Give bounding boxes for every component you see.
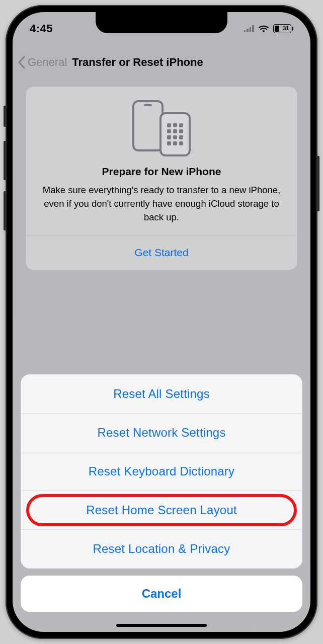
volume-down-button bbox=[4, 191, 6, 230]
cellular-signal-icon bbox=[244, 25, 254, 32]
sheet-item-reset-network-settings[interactable]: Reset Network Settings bbox=[21, 414, 302, 452]
sheet-item-reset-keyboard-dictionary[interactable]: Reset Keyboard Dictionary bbox=[21, 452, 302, 491]
page-title: Transfer or Reset iPhone bbox=[72, 56, 203, 69]
card-body: Make sure everything's ready to transfer… bbox=[37, 184, 286, 224]
sheet-cancel-group: Cancel bbox=[21, 576, 302, 612]
chevron-left-icon bbox=[18, 56, 26, 69]
navigation-bar: General Transfer or Reset iPhone bbox=[13, 48, 310, 76]
screen: 4:45 31 bbox=[13, 12, 310, 632]
sheet-item-label: Reset All Settings bbox=[113, 387, 210, 400]
card-title: Prepare for New iPhone bbox=[37, 166, 286, 178]
wifi-icon bbox=[258, 24, 269, 33]
sheet-item-reset-home-screen-layout[interactable]: Reset Home Screen Layout bbox=[21, 491, 302, 530]
sheet-item-reset-all-settings[interactable]: Reset All Settings bbox=[21, 375, 302, 414]
new-phone-icon bbox=[159, 112, 191, 156]
mute-switch bbox=[4, 106, 6, 127]
sheet-item-label: Reset Keyboard Dictionary bbox=[89, 464, 234, 478]
get-started-button[interactable]: Get Started bbox=[37, 235, 286, 270]
sheet-item-label: Reset Home Screen Layout bbox=[86, 503, 237, 517]
home-indicator[interactable] bbox=[116, 624, 207, 627]
power-button bbox=[317, 156, 319, 211]
back-button[interactable]: General bbox=[18, 56, 67, 69]
sheet-item-reset-location-privacy[interactable]: Reset Location & Privacy bbox=[21, 530, 302, 568]
notch bbox=[96, 12, 227, 33]
sheet-options: Reset All Settings Reset Network Setting… bbox=[21, 374, 302, 569]
status-time: 4:45 bbox=[30, 17, 53, 35]
sheet-item-label: Reset Location & Privacy bbox=[93, 542, 230, 555]
transfer-icon bbox=[37, 100, 286, 156]
old-phone-icon bbox=[132, 100, 164, 151]
back-label: General bbox=[28, 56, 67, 69]
sheet-item-label: Reset Network Settings bbox=[97, 426, 225, 439]
reset-action-sheet: Reset All Settings Reset Network Setting… bbox=[21, 374, 302, 612]
prepare-card: Prepare for New iPhone Make sure everyth… bbox=[26, 87, 297, 270]
status-icons: 31 bbox=[244, 19, 294, 33]
battery-percentage: 31 bbox=[283, 25, 289, 31]
volume-up-button bbox=[4, 141, 6, 180]
battery-icon: 31 bbox=[273, 24, 294, 33]
cancel-button[interactable]: Cancel bbox=[21, 576, 302, 612]
phone-frame: 4:45 31 bbox=[6, 5, 317, 639]
